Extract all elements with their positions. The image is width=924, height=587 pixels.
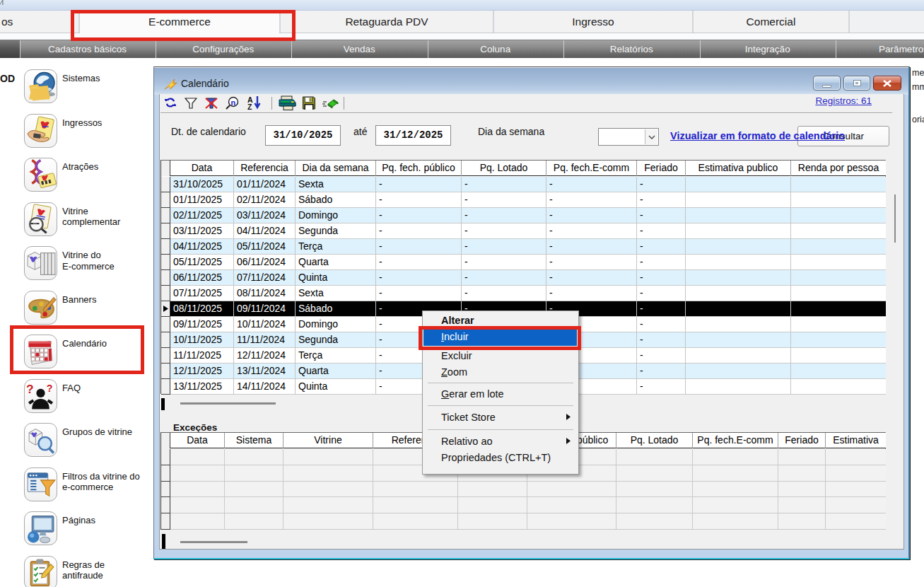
svg-text:Z: Z (247, 103, 252, 110)
svg-text:n: n (231, 98, 236, 107)
svg-text:?: ? (26, 381, 34, 395)
svg-text:?: ? (47, 382, 53, 393)
